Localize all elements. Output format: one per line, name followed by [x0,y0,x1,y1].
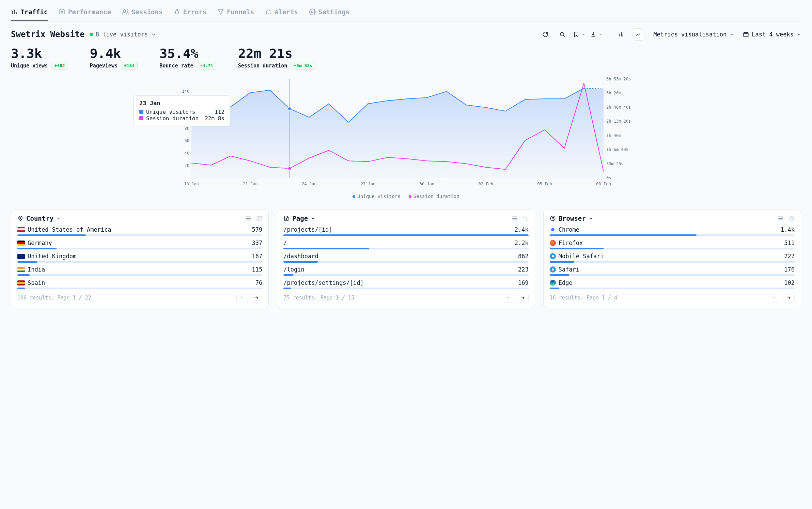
list-item[interactable]: United Kingdom 167 [17,253,262,263]
metric-unique-views[interactable]: 3.3k Unique views +482 [11,46,68,70]
svg-text:2h 46m 40s: 2h 46m 40s [606,105,631,110]
legend-item[interactable]: Unique visitors [353,194,400,199]
list-item-label: Germany [28,240,52,246]
flow-icon[interactable] [522,215,529,221]
list-item[interactable]: /dashboard 862 [283,253,528,263]
tab-funnels[interactable]: Funnels [217,8,254,21]
chevron-down-icon [311,216,315,221]
tab-performance[interactable]: Performance [59,8,111,21]
list-item[interactable]: /login 223 [283,266,528,276]
prev-page-button[interactable] [503,293,514,303]
tab-alerts[interactable]: Alerts [265,8,298,21]
list-item-value: 176 [784,266,795,273]
swatch-icon [139,110,143,114]
arrow-right-icon [254,295,259,300]
panel-page: Page /projects/[id] 2.4k / 2.2k /dashboa… [277,210,535,308]
tab-label: Traffic [20,8,48,16]
list-item-bar [283,274,528,276]
list-item[interactable]: /projects/settings/[id] 169 [283,279,528,289]
panel-title-dropdown[interactable]: Browser [550,215,593,222]
metric-session-duration[interactable]: 22m 21s Session duration +3m 58s [238,46,315,70]
metric-value: 35.4% [159,46,216,61]
main-chart[interactable]: 204060801001201400s33m 20s1h 6m 40s1h 40… [11,76,801,199]
legend-dot-icon [353,195,355,198]
svg-rect-33 [526,219,528,221]
search-button[interactable] [556,28,568,41]
list-item-bar [283,261,528,263]
live-visitors[interactable]: 8 live visitors [90,31,157,38]
metrics-visualisation-dropdown[interactable]: Metrics visualisation [653,31,734,38]
list-item-value: 862 [518,253,529,260]
svg-rect-32 [523,216,525,218]
panel-title-dropdown[interactable]: Country [17,215,61,222]
list-item[interactable]: Firefox 511 [550,240,795,249]
next-page-button[interactable] [517,293,529,303]
next-page-button[interactable] [251,293,262,303]
list-item[interactable]: /projects/[id] 2.4k [283,226,528,236]
list-item[interactable]: Mobile Safari 227 [550,253,795,263]
chart-legend: Unique visitors Session duration [11,194,801,199]
panel-title-dropdown[interactable]: Page [283,215,315,222]
tab-settings[interactable]: Settings [309,8,350,21]
list-item[interactable]: India 115 [17,266,262,276]
next-page-button[interactable] [783,293,795,303]
list-icon[interactable] [245,215,251,221]
svg-text:20: 20 [185,163,189,168]
prev-page-button[interactable] [769,293,780,303]
svg-text:30 Jan: 30 Jan [420,182,434,186]
list-item[interactable]: United States of America 579 [17,226,262,236]
metric-bounce-rate[interactable]: 35.4% Bounce rate -4.7% [159,46,216,70]
list-item[interactable]: Safari 176 [550,266,795,276]
bookmark-dropdown[interactable] [573,31,585,37]
svg-text:02 Feb: 02 Feb [479,182,493,186]
chevron-down-icon [796,32,801,37]
list-item[interactable]: Chrome 1.4k [550,226,795,236]
main-tabs: Traffic Performance Sessions Errors Funn… [11,8,801,21]
tab-traffic[interactable]: Traffic [11,8,48,21]
metric-value: 22m 21s [238,46,315,61]
tab-label: Alerts [275,8,298,16]
header-row: Swetrix Website 8 live visitors [11,28,801,41]
list-item[interactable]: Germany 337 [17,240,262,249]
list-icon[interactable] [512,215,518,221]
list-item[interactable]: / 2.2k [283,240,528,249]
timerange-dropdown[interactable]: Last 4 weeks [743,31,801,38]
chevron-down-icon [729,32,734,37]
browser-icon [550,240,556,246]
bug-icon [173,9,180,15]
svg-text:27 Jan: 27 Jan [361,182,375,186]
pie-icon[interactable] [788,215,795,221]
flag-icon [17,227,25,232]
panels-grid: Country United States of America 579 Ger… [11,210,801,308]
download-dropdown[interactable] [590,31,603,37]
list-item-value: 223 [518,266,529,273]
metric-pageviews[interactable]: 9.4k Pageviews +154 [90,46,138,70]
list-icon[interactable] [778,215,784,221]
refresh-button[interactable] [539,28,551,41]
list-item-bar [550,261,795,263]
flag-icon [17,241,25,246]
tab-errors[interactable]: Errors [173,8,206,21]
refresh-icon [542,31,548,37]
prev-page-button[interactable] [236,293,248,303]
panel-footer-text: 106 results. Page 1 / 22 [17,295,91,301]
metric-label: Pageviews [90,63,118,69]
svg-rect-1 [175,11,178,14]
view-bar-button[interactable] [615,28,627,41]
svg-point-0 [123,10,126,12]
site-title: Swetrix Website [11,30,85,39]
tab-sessions[interactable]: Sessions [122,8,163,21]
tooltip-value: 112 [215,109,224,115]
map-icon[interactable] [256,215,262,221]
list-item-value: 579 [252,226,263,233]
list-item[interactable]: Edge 102 [550,279,795,289]
list-item-bar [283,248,528,249]
view-line-button[interactable] [632,28,644,41]
list-item-bar [283,288,528,289]
list-item[interactable]: Spain 76 [17,279,262,289]
funnel-icon [217,9,224,15]
list-item-bar [17,274,262,276]
list-item-bar [550,248,795,249]
swatch-icon [139,116,143,120]
legend-item[interactable]: Session duration [409,194,459,199]
